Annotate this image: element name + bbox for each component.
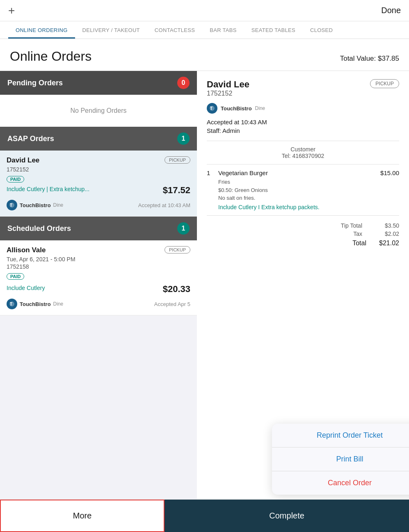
page-header: Online Orders Total Value: $37.85 bbox=[0, 39, 409, 71]
tax-value: $2.02 bbox=[379, 231, 399, 237]
tab-bar-tabs[interactable]: BAR TABS bbox=[202, 21, 244, 39]
scheduled-tb-icon: T bbox=[7, 299, 17, 309]
scheduled-order-card[interactable]: Allison Vale PICKUP Tue, Apr 6, 2021 - 5… bbox=[0, 240, 197, 315]
asap-section-header: ASAP Orders 1 bbox=[0, 127, 197, 151]
receipt-accepted: Accepted at 10:43 AM bbox=[207, 119, 399, 126]
cancel-order-button[interactable]: Cancel Order bbox=[272, 471, 409, 495]
tab-seated-tables[interactable]: SEATED TABLES bbox=[244, 21, 303, 39]
total-label: Total bbox=[352, 240, 366, 247]
page-total-value: Total Value: $37.85 bbox=[340, 55, 399, 63]
asap-paid-badge: PAID bbox=[7, 176, 24, 183]
receipt-tb-brand: TouchBistro bbox=[221, 105, 252, 112]
add-button[interactable]: + bbox=[8, 4, 15, 17]
tip-row: Tip Total $3.50 bbox=[207, 222, 399, 229]
left-panel: Pending Orders 0 No Pending Orders ASAP … bbox=[0, 71, 197, 527]
total-row: Total $21.02 bbox=[207, 240, 399, 247]
reprint-order-ticket-button[interactable]: Reprint Order Ticket bbox=[272, 424, 409, 448]
scheduled-order-date: Tue, Apr 6, 2021 - 5:00 PM bbox=[7, 256, 190, 263]
asap-pickup-badge: PICKUP bbox=[165, 156, 190, 164]
more-button[interactable]: More bbox=[0, 500, 165, 532]
action-menu: Reprint Order Ticket Print Bill Cancel O… bbox=[272, 424, 409, 495]
tax-row: Tax $2.02 bbox=[207, 231, 399, 237]
item-sub3: No salt on fries. bbox=[218, 194, 399, 202]
asap-tb-brand: TouchBistro bbox=[20, 202, 51, 208]
tip-label: Tip Total bbox=[341, 222, 362, 229]
tab-online-ordering[interactable]: ONLINE ORDERING bbox=[8, 21, 75, 39]
pending-count-badge: 0 bbox=[177, 77, 190, 89]
asap-order-name: David Lee bbox=[7, 156, 39, 164]
tax-label: Tax bbox=[353, 231, 362, 237]
customer-box: Customer Tel: 4168370902 bbox=[207, 146, 399, 159]
customer-tel: Tel: 4168370902 bbox=[207, 153, 399, 159]
print-bill-button[interactable]: Print Bill bbox=[272, 448, 409, 471]
right-panel: David Lee 1752152 PICKUP T TouchBistro D… bbox=[197, 71, 409, 527]
scheduled-paid-badge: PAID bbox=[7, 273, 24, 280]
done-button[interactable]: Done bbox=[381, 6, 401, 15]
tab-closed[interactable]: CLOSED bbox=[303, 21, 340, 39]
total-value: $21.02 bbox=[375, 240, 399, 247]
bottom-bar: More Complete bbox=[0, 499, 409, 532]
item-price: $15.00 bbox=[380, 169, 399, 176]
asap-order-card[interactable]: David Lee PICKUP 1752152 PAID Include Cu… bbox=[0, 151, 197, 217]
nav-tabs: ONLINE ORDERING DELIVERY / TAKEOUT CONTA… bbox=[0, 21, 409, 39]
item-sub1: Fries bbox=[218, 178, 399, 186]
customer-label: Customer bbox=[207, 146, 399, 153]
scheduled-pickup-badge: PICKUP bbox=[165, 246, 190, 253]
receipt-tb-row: T TouchBistro Dine bbox=[207, 103, 399, 114]
item-notes: Include Cutlery I Extra ketchup packets. bbox=[218, 204, 399, 210]
asap-order-amount: $17.52 bbox=[163, 185, 190, 196]
tip-value: $3.50 bbox=[379, 222, 399, 229]
asap-count-badge: 1 bbox=[177, 132, 190, 145]
asap-order-id: 1752152 bbox=[7, 166, 190, 173]
scheduled-title: Scheduled Orders bbox=[7, 224, 71, 233]
tab-delivery-takeout[interactable]: DELIVERY / TAKEOUT bbox=[75, 21, 147, 39]
page-title: Online Orders bbox=[10, 49, 91, 64]
receipt-pickup-badge: PICKUP bbox=[370, 79, 399, 88]
scheduled-order-notes: Include Cutlery bbox=[7, 285, 45, 291]
receipt-name: David Lee bbox=[207, 79, 249, 90]
asap-order-time: Accepted at 10:43 AM bbox=[138, 202, 190, 208]
receipt-staff: Staff: Admin bbox=[207, 127, 399, 134]
asap-order-notes: Include Cutlery | Extra ketchup... bbox=[7, 186, 89, 192]
svg-text:T: T bbox=[210, 106, 212, 111]
pending-empty: No Pending Orders bbox=[0, 95, 197, 127]
scheduled-order-id: 1752158 bbox=[7, 263, 190, 270]
receipt-tb-dine: Dine bbox=[255, 105, 265, 111]
item-name: Vegetarian Burger bbox=[218, 169, 380, 176]
receipt-tb-icon: T bbox=[207, 103, 217, 114]
item-sub2: $0.50: Green Onions bbox=[218, 186, 399, 194]
scheduled-order-time: Accepted Apr 5 bbox=[154, 301, 190, 307]
svg-text:T: T bbox=[10, 203, 12, 208]
asap-title: ASAP Orders bbox=[7, 135, 54, 143]
receipt-divider-3 bbox=[207, 215, 399, 216]
top-bar: + Done bbox=[0, 0, 409, 21]
scheduled-section-header: Scheduled Orders 1 bbox=[0, 217, 197, 240]
order-item-row: 1 Vegetarian Burger $15.00 bbox=[207, 169, 399, 176]
receipt-id: 1752152 bbox=[207, 90, 249, 97]
asap-tb-dine: Dine bbox=[53, 202, 64, 208]
asap-tb-icon: T bbox=[7, 200, 17, 210]
tab-contactless[interactable]: CONTACTLESS bbox=[147, 21, 202, 39]
scheduled-order-amount: $20.33 bbox=[163, 284, 190, 295]
complete-button[interactable]: Complete bbox=[165, 500, 409, 532]
order-items: 1 Vegetarian Burger $15.00 Fries $0.50: … bbox=[207, 169, 399, 210]
pending-title: Pending Orders bbox=[7, 79, 63, 87]
scheduled-tb-dine: Dine bbox=[53, 301, 64, 307]
receipt-header: David Lee 1752152 PICKUP bbox=[207, 79, 399, 100]
main-content: Pending Orders 0 No Pending Orders ASAP … bbox=[0, 71, 409, 527]
scheduled-order-name: Allison Vale bbox=[7, 246, 46, 254]
pending-section-header: Pending Orders 0 bbox=[0, 71, 197, 95]
scheduled-tb-logo: T TouchBistro Dine bbox=[7, 299, 63, 309]
scheduled-count-badge: 1 bbox=[177, 222, 190, 235]
receipt-divider-1 bbox=[207, 141, 399, 141]
scheduled-tb-brand: TouchBistro bbox=[20, 301, 51, 307]
svg-text:T: T bbox=[10, 302, 12, 306]
totals-section: Tip Total $3.50 Tax $2.02 Total $21.02 bbox=[207, 222, 399, 247]
asap-tb-logo: T TouchBistro Dine bbox=[7, 200, 63, 210]
receipt-divider-2 bbox=[207, 164, 399, 164]
item-qty: 1 bbox=[207, 169, 215, 176]
